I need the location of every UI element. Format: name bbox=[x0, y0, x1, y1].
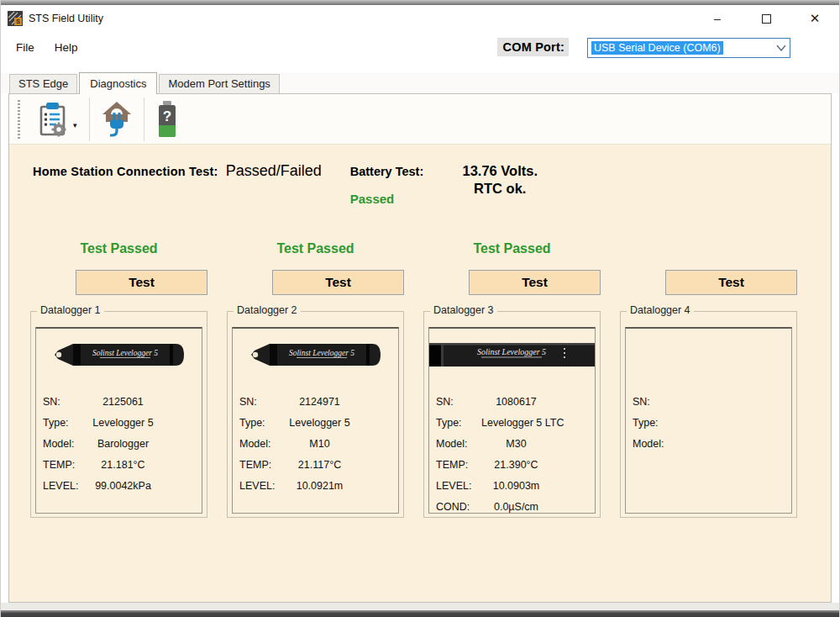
field-row: Type:Levelogger 5 bbox=[233, 412, 398, 433]
group-title-4: Datalogger 4 bbox=[627, 304, 694, 316]
field-row: LEVEL:99.0042kPa bbox=[36, 475, 202, 496]
field-label: Model: bbox=[239, 438, 285, 450]
tab-sts-edge[interactable]: STS Edge bbox=[9, 74, 77, 93]
test-status-label-2: Test Passed bbox=[227, 241, 404, 257]
test-button-2[interactable]: Test bbox=[272, 270, 404, 295]
datalogger-image-3: Solinst Levelogger 5 bbox=[429, 329, 595, 381]
field-value: Barologger bbox=[88, 438, 158, 450]
window-title: STS Field Utility bbox=[29, 13, 103, 24]
field-value: 2125061 bbox=[88, 396, 158, 408]
logger-brand-text: Solinst Levelogger 5 bbox=[477, 347, 546, 356]
field-row: SN:2124971 bbox=[233, 391, 398, 412]
diagnostic-report-button[interactable]: ▾ bbox=[28, 94, 85, 144]
test-status-label-4 bbox=[620, 241, 797, 257]
tab-strip: STS Edge Diagnostics Modem Port Settings bbox=[1, 72, 839, 93]
field-value: 10.0903m bbox=[481, 480, 551, 492]
menu-bar: File Help COM Port: USB Serial Device (C… bbox=[1, 32, 839, 72]
battery-label-column: Battery Test: Passed bbox=[350, 162, 424, 206]
field-row: Type:Levelogger 5 LTC bbox=[429, 412, 595, 433]
datalogger-columns: Test Passed Test Datalogger 1 bbox=[30, 241, 794, 518]
datalogger-column-3: Test Passed Test Datalogger 3 bbox=[423, 241, 601, 518]
home-station-test-button[interactable] bbox=[94, 94, 139, 144]
field-label: Type: bbox=[436, 417, 481, 429]
fields-4: SN: Type: Model: bbox=[626, 391, 791, 454]
com-port-dropdown[interactable]: USB Serial Device (COM6) bbox=[587, 38, 790, 58]
field-row: SN:2125061 bbox=[36, 391, 202, 412]
diagnostics-content: Home Station Connection Test: Passed/Fai… bbox=[9, 145, 831, 602]
field-label: LEVEL: bbox=[239, 480, 285, 492]
field-value: 10.0921m bbox=[285, 480, 354, 492]
field-label: LEVEL: bbox=[43, 480, 88, 492]
datalogger-image-2: Solinst Levelogger 5 bbox=[233, 329, 398, 381]
field-value: Levelogger 5 LTC bbox=[481, 417, 564, 429]
dropdown-arrow-icon[interactable]: ▾ bbox=[73, 121, 77, 129]
field-row: LEVEL:10.0903m bbox=[429, 475, 595, 496]
group-title-3: Datalogger 3 bbox=[430, 304, 497, 316]
datalogger-image-1: Solinst Levelogger 5 bbox=[36, 329, 202, 381]
com-port-label: COM Port: bbox=[497, 38, 570, 56]
battery-test-label: Battery Test: bbox=[350, 162, 424, 178]
logger-brand-text: Solinst Levelogger 5 bbox=[288, 349, 354, 357]
close-button[interactable]: ✕ bbox=[790, 5, 839, 32]
menu-help[interactable]: Help bbox=[45, 38, 88, 58]
tab-modem-port-settings[interactable]: Modem Port Settings bbox=[159, 74, 279, 93]
logger-brand-text: Solinst Levelogger 5 bbox=[92, 349, 157, 357]
field-value: Levelogger 5 bbox=[88, 417, 158, 429]
field-label: Model: bbox=[436, 438, 481, 450]
tab-diagnostics[interactable]: Diagnostics bbox=[79, 72, 157, 94]
com-port-selected-value: USB Serial Device (COM6) bbox=[591, 41, 723, 55]
field-label: SN: bbox=[239, 396, 285, 408]
diagnostics-page: ▾ ? bbox=[8, 93, 832, 603]
field-label: SN: bbox=[633, 396, 678, 408]
title-bar: S STS Field Utility – ✕ bbox=[1, 5, 839, 32]
field-value: Levelogger 5 bbox=[285, 417, 354, 429]
field-value: 21.117°C bbox=[285, 459, 354, 471]
toolbar: ▾ ? bbox=[9, 94, 831, 145]
battery-test-button[interactable]: ? bbox=[149, 94, 186, 144]
test-button-3[interactable]: Test bbox=[469, 270, 601, 295]
field-row: TEMP:21.181°C bbox=[36, 454, 202, 475]
toolbar-separator bbox=[89, 98, 90, 141]
home-station-test-label: Home Station Connection Test: bbox=[33, 162, 218, 206]
minimize-button[interactable]: – bbox=[693, 5, 742, 32]
datalogger-column-2: Test Passed Test Datalogger 2 bbox=[227, 241, 404, 518]
test-status-label-1: Test Passed bbox=[30, 241, 207, 257]
menu-file[interactable]: File bbox=[6, 38, 45, 58]
field-row: Type: bbox=[626, 412, 791, 433]
datalogger-panel-2: Solinst Levelogger 5 SN:2124971 Type:Lev… bbox=[232, 327, 399, 514]
datalogger-group-1: Datalogger 1 Solinst Levelogger 5 bbox=[30, 311, 207, 518]
field-row: TEMP:21.117°C bbox=[233, 454, 398, 475]
field-label: TEMP: bbox=[239, 459, 285, 471]
field-value: 0.0µS/cm bbox=[481, 501, 551, 513]
field-value: 21.390°C bbox=[481, 459, 551, 471]
levelogger-pencil-icon: Solinst Levelogger 5 bbox=[50, 342, 189, 367]
svg-text:S: S bbox=[16, 18, 20, 25]
datalogger-column-1: Test Passed Test Datalogger 1 bbox=[30, 241, 207, 518]
datalogger-column-4: Test Datalogger 4 SN: Type: Model: bbox=[620, 241, 797, 518]
screen-bottom-bar bbox=[1, 610, 839, 617]
levelogger-pencil-icon: Solinst Levelogger 5 bbox=[246, 342, 386, 367]
fields-1: SN:2125061 Type:Levelogger 5 Model:Barol… bbox=[36, 391, 202, 496]
field-label: LEVEL: bbox=[436, 480, 481, 492]
battery-volts: 13.76 Volts. bbox=[437, 162, 563, 180]
toolbar-separator bbox=[144, 98, 144, 141]
battery-test-status: Passed bbox=[350, 192, 424, 206]
group-title-1: Datalogger 1 bbox=[37, 304, 104, 316]
test-button-1[interactable]: Test bbox=[76, 270, 207, 295]
battery-rtc: RTC ok. bbox=[437, 180, 563, 198]
toolbar-grip-handle[interactable] bbox=[18, 100, 20, 139]
test-status-label-3: Test Passed bbox=[423, 241, 601, 257]
test-button-4[interactable]: Test bbox=[665, 270, 797, 295]
com-port-area: COM Port: USB Serial Device (COM6) bbox=[497, 38, 791, 58]
group-title-2: Datalogger 2 bbox=[234, 304, 301, 316]
field-value: M10 bbox=[285, 438, 354, 450]
field-value: 99.0042kPa bbox=[88, 480, 158, 492]
datalogger-group-4: Datalogger 4 SN: Type: Model: bbox=[620, 311, 797, 518]
home-station-test-value: Passed/Failed bbox=[226, 162, 322, 206]
field-label: Type: bbox=[43, 417, 88, 429]
field-value: 21.181°C bbox=[88, 459, 158, 471]
field-value: M30 bbox=[481, 438, 551, 450]
fields-2: SN:2124971 Type:Levelogger 5 Model:M10 T… bbox=[233, 391, 398, 496]
field-row: Model:M30 bbox=[429, 433, 595, 454]
maximize-button[interactable] bbox=[742, 5, 790, 32]
